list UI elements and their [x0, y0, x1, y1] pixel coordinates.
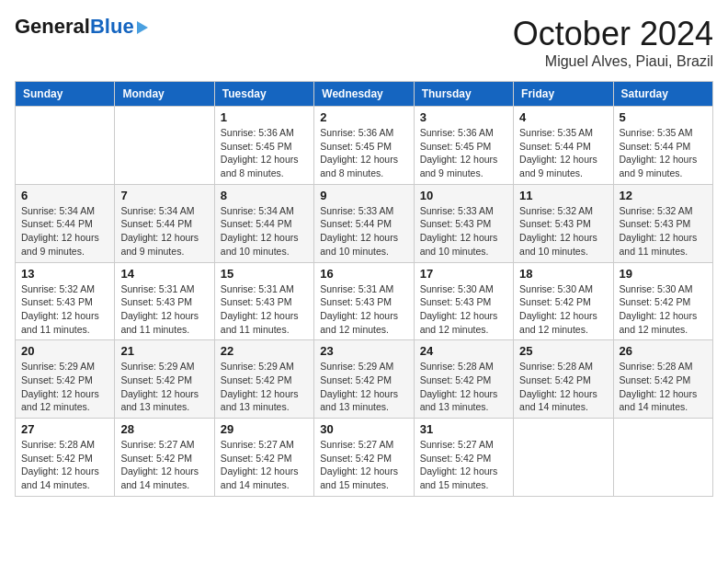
day-info: Sunrise: 5:33 AMSunset: 5:43 PMDaylight:… — [420, 204, 507, 259]
header: GeneralBlue October 2024 Miguel Alves, P… — [15, 15, 713, 70]
logo-text: GeneralBlue — [15, 15, 134, 39]
calendar-week-row: 20Sunrise: 5:29 AMSunset: 5:42 PMDayligh… — [16, 340, 713, 419]
day-number: 21 — [120, 344, 208, 358]
calendar-cell: 11Sunrise: 5:32 AMSunset: 5:43 PMDayligh… — [514, 184, 613, 262]
weekday-header-tuesday: Tuesday — [214, 82, 313, 107]
day-info: Sunrise: 5:30 AMSunset: 5:43 PMDaylight:… — [420, 282, 507, 337]
day-info: Sunrise: 5:30 AMSunset: 5:42 PMDaylight:… — [620, 282, 707, 337]
day-number: 23 — [320, 344, 407, 358]
calendar-cell — [16, 107, 115, 185]
calendar-cell: 28Sunrise: 5:27 AMSunset: 5:42 PMDayligh… — [115, 419, 214, 497]
day-info: Sunrise: 5:27 AMSunset: 5:42 PMDaylight:… — [420, 438, 507, 492]
location-title: Miguel Alves, Piaui, Brazil — [513, 53, 713, 70]
day-info: Sunrise: 5:27 AMSunset: 5:42 PMDaylight:… — [221, 438, 308, 492]
day-number: 26 — [620, 344, 707, 358]
weekday-header-wednesday: Wednesday — [314, 82, 414, 107]
day-number: 9 — [320, 189, 407, 202]
day-number: 19 — [620, 267, 707, 281]
day-number: 30 — [320, 422, 407, 436]
day-info: Sunrise: 5:36 AMSunset: 5:45 PMDaylight:… — [420, 126, 507, 180]
calendar-cell: 20Sunrise: 5:29 AMSunset: 5:42 PMDayligh… — [16, 340, 115, 419]
day-number: 7 — [120, 189, 208, 202]
day-info: Sunrise: 5:33 AMSunset: 5:44 PMDaylight:… — [320, 204, 407, 259]
calendar-cell: 16Sunrise: 5:31 AMSunset: 5:43 PMDayligh… — [314, 262, 414, 340]
calendar-cell: 31Sunrise: 5:27 AMSunset: 5:42 PMDayligh… — [414, 419, 513, 497]
day-info: Sunrise: 5:27 AMSunset: 5:42 PMDaylight:… — [120, 438, 208, 492]
weekday-header-sunday: Sunday — [16, 82, 115, 107]
calendar-cell: 26Sunrise: 5:28 AMSunset: 5:42 PMDayligh… — [613, 340, 712, 419]
calendar-week-row: 6Sunrise: 5:34 AMSunset: 5:44 PMDaylight… — [16, 184, 713, 262]
day-info: Sunrise: 5:28 AMSunset: 5:42 PMDaylight:… — [420, 360, 507, 414]
day-info: Sunrise: 5:29 AMSunset: 5:42 PMDaylight:… — [120, 360, 208, 414]
day-info: Sunrise: 5:32 AMSunset: 5:43 PMDaylight:… — [519, 204, 607, 259]
day-info: Sunrise: 5:34 AMSunset: 5:44 PMDaylight:… — [21, 204, 108, 259]
day-number: 3 — [420, 110, 507, 124]
calendar-week-row: 27Sunrise: 5:28 AMSunset: 5:42 PMDayligh… — [16, 419, 713, 497]
calendar-cell: 9Sunrise: 5:33 AMSunset: 5:44 PMDaylight… — [314, 184, 414, 262]
day-info: Sunrise: 5:28 AMSunset: 5:42 PMDaylight:… — [620, 360, 707, 414]
calendar-cell: 3Sunrise: 5:36 AMSunset: 5:45 PMDaylight… — [414, 107, 513, 185]
day-number: 13 — [21, 267, 108, 281]
day-number: 14 — [120, 267, 208, 281]
calendar-cell: 18Sunrise: 5:30 AMSunset: 5:42 PMDayligh… — [514, 262, 613, 340]
day-number: 28 — [120, 422, 208, 436]
calendar-cell: 19Sunrise: 5:30 AMSunset: 5:42 PMDayligh… — [613, 262, 712, 340]
day-info: Sunrise: 5:28 AMSunset: 5:42 PMDaylight:… — [21, 438, 108, 492]
day-number: 18 — [519, 267, 607, 281]
weekday-header-monday: Monday — [115, 82, 214, 107]
calendar-week-row: 13Sunrise: 5:32 AMSunset: 5:43 PMDayligh… — [16, 262, 713, 340]
day-number: 17 — [420, 267, 507, 281]
weekday-header-saturday: Saturday — [613, 82, 712, 107]
day-info: Sunrise: 5:34 AMSunset: 5:44 PMDaylight:… — [221, 204, 308, 259]
day-info: Sunrise: 5:32 AMSunset: 5:43 PMDaylight:… — [620, 204, 707, 259]
day-info: Sunrise: 5:36 AMSunset: 5:45 PMDaylight:… — [221, 126, 308, 180]
calendar-cell: 30Sunrise: 5:27 AMSunset: 5:42 PMDayligh… — [314, 419, 414, 497]
calendar-cell: 1Sunrise: 5:36 AMSunset: 5:45 PMDaylight… — [214, 107, 313, 185]
day-info: Sunrise: 5:35 AMSunset: 5:44 PMDaylight:… — [620, 126, 707, 180]
calendar-cell — [613, 419, 712, 497]
day-info: Sunrise: 5:29 AMSunset: 5:42 PMDaylight:… — [21, 360, 108, 414]
day-number: 16 — [320, 267, 407, 281]
weekday-header-thursday: Thursday — [414, 82, 513, 107]
day-number: 5 — [620, 110, 707, 124]
day-number: 11 — [519, 189, 607, 202]
day-number: 4 — [519, 110, 607, 124]
weekday-header-row: SundayMondayTuesdayWednesdayThursdayFrid… — [16, 82, 713, 107]
day-number: 29 — [221, 422, 308, 436]
calendar-cell: 21Sunrise: 5:29 AMSunset: 5:42 PMDayligh… — [115, 340, 214, 419]
day-info: Sunrise: 5:35 AMSunset: 5:44 PMDaylight:… — [519, 126, 607, 180]
logo: GeneralBlue — [15, 15, 148, 39]
calendar-cell: 4Sunrise: 5:35 AMSunset: 5:44 PMDaylight… — [514, 107, 613, 185]
day-info: Sunrise: 5:29 AMSunset: 5:42 PMDaylight:… — [221, 360, 308, 414]
calendar-cell: 13Sunrise: 5:32 AMSunset: 5:43 PMDayligh… — [16, 262, 115, 340]
day-info: Sunrise: 5:31 AMSunset: 5:43 PMDaylight:… — [221, 282, 308, 337]
day-number: 2 — [320, 110, 407, 124]
calendar-cell: 8Sunrise: 5:34 AMSunset: 5:44 PMDaylight… — [214, 184, 313, 262]
day-number: 27 — [21, 422, 108, 436]
title-area: October 2024 Miguel Alves, Piaui, Brazil — [513, 15, 713, 70]
day-number: 10 — [420, 189, 507, 202]
month-title: October 2024 — [513, 15, 713, 53]
day-number: 8 — [221, 189, 308, 202]
calendar-cell: 14Sunrise: 5:31 AMSunset: 5:43 PMDayligh… — [115, 262, 214, 340]
calendar-table: SundayMondayTuesdayWednesdayThursdayFrid… — [15, 81, 713, 497]
calendar-cell — [115, 107, 214, 185]
calendar-cell: 23Sunrise: 5:29 AMSunset: 5:42 PMDayligh… — [314, 340, 414, 419]
day-info: Sunrise: 5:32 AMSunset: 5:43 PMDaylight:… — [21, 282, 108, 337]
calendar-cell: 22Sunrise: 5:29 AMSunset: 5:42 PMDayligh… — [214, 340, 313, 419]
day-number: 6 — [21, 189, 108, 202]
weekday-header-friday: Friday — [514, 82, 613, 107]
day-number: 22 — [221, 344, 308, 358]
day-number: 20 — [21, 344, 108, 358]
day-info: Sunrise: 5:31 AMSunset: 5:43 PMDaylight:… — [320, 282, 407, 337]
calendar-cell: 2Sunrise: 5:36 AMSunset: 5:45 PMDaylight… — [314, 107, 414, 185]
day-number: 1 — [221, 110, 308, 124]
calendar-cell: 24Sunrise: 5:28 AMSunset: 5:42 PMDayligh… — [414, 340, 513, 419]
day-number: 24 — [420, 344, 507, 358]
logo-arrow-icon — [137, 21, 148, 34]
calendar-cell: 27Sunrise: 5:28 AMSunset: 5:42 PMDayligh… — [16, 419, 115, 497]
day-number: 31 — [420, 422, 507, 436]
day-info: Sunrise: 5:29 AMSunset: 5:42 PMDaylight:… — [320, 360, 407, 414]
day-info: Sunrise: 5:30 AMSunset: 5:42 PMDaylight:… — [519, 282, 607, 337]
day-number: 25 — [519, 344, 607, 358]
